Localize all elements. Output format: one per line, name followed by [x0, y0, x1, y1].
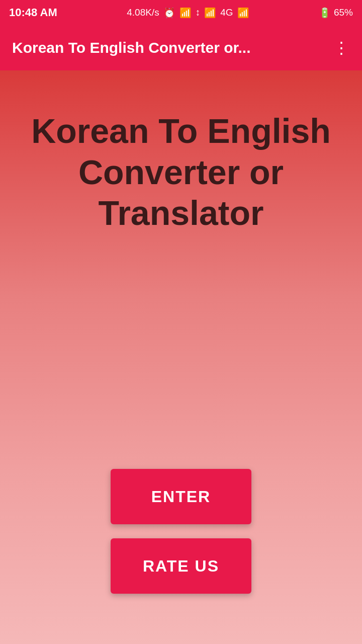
signal-icon: 📶 — [204, 7, 216, 19]
status-bar: 10:48 AM 4.08K/s ⏰ 📶 ↕ 📶 4G 📶 🔋 65% — [0, 0, 362, 25]
app-bar: Korean To English Converter or... ⋮ — [0, 25, 362, 70]
rate-us-button[interactable]: RATE US — [111, 538, 251, 594]
signal-icon-2: 📶 — [237, 7, 249, 19]
app-bar-title: Korean To English Converter or... — [12, 39, 251, 56]
status-right: 🔋 65% — [319, 7, 353, 19]
more-options-icon[interactable]: ⋮ — [333, 40, 350, 56]
status-time: 10:48 AM — [9, 6, 57, 19]
main-content: Korean To English Converter or Translato… — [0, 70, 362, 644]
battery-icon: 🔋 — [319, 7, 331, 19]
enter-button[interactable]: ENTER — [111, 469, 251, 524]
battery-percent: 65% — [334, 7, 353, 18]
buttons-container: ENTER RATE US — [111, 469, 251, 594]
status-center: 4.08K/s ⏰ 📶 ↕ 📶 4G 📶 — [127, 7, 249, 19]
network-speed: 4.08K/s — [127, 7, 159, 18]
wifi-icon: 📶 — [179, 7, 192, 19]
alarm-icon: ⏰ — [163, 7, 175, 19]
app-title: Korean To English Converter or Translato… — [20, 111, 342, 234]
network-4g: 4G — [220, 7, 233, 18]
data-transfer-icon: ↕ — [196, 7, 201, 18]
